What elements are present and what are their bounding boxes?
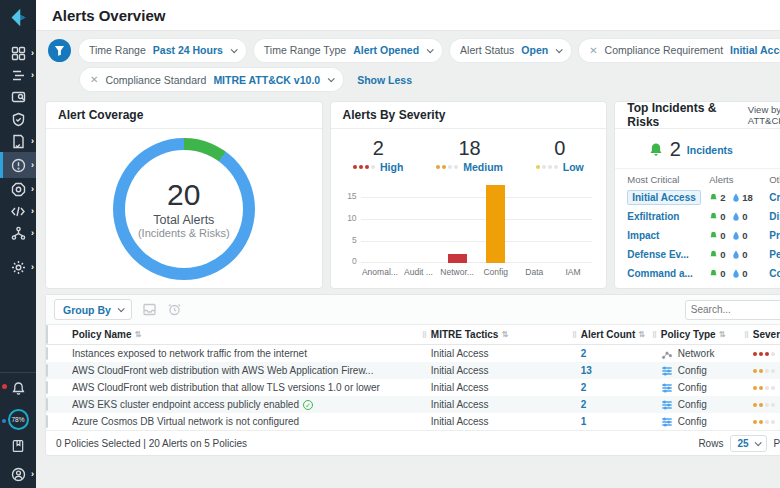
tactic-impact[interactable]: Impact (627, 226, 703, 245)
col-severity[interactable]: Severity↑ (753, 329, 780, 340)
sidebar-item-inventory[interactable]: › (0, 64, 36, 86)
severity-dots (753, 369, 775, 373)
severity-high-summary[interactable]: 2 High (353, 137, 403, 173)
filter-time-range[interactable]: Time Range Past 24 Hours (79, 39, 246, 62)
policy-name-link[interactable]: Instances exposed to network traffic fro… (72, 348, 307, 359)
alert-count-link[interactable]: 13 (581, 365, 661, 376)
tactic-collection[interactable]: Collection (769, 264, 780, 283)
row-checkbox[interactable] (46, 398, 48, 411)
alert-coverage-card: Alert Coverage 20 Total Alerts (Incident… (45, 101, 323, 289)
table-search[interactable] (685, 300, 780, 320)
col-policy-type[interactable]: Policy Type⇅‖ (661, 329, 753, 340)
card-title: Alerts By Severity (331, 102, 607, 129)
filter-bar: Time Range Past 24 Hours Time Range Type… (36, 31, 780, 97)
mitre-tactic: Initial Access (431, 382, 581, 393)
alert-count-link[interactable]: 2 (581, 348, 661, 359)
alert-count-link[interactable]: 2 (581, 399, 661, 410)
tactic-credential[interactable]: Credential ... (769, 188, 780, 207)
alert-coverage-donut[interactable]: 20 Total Alerts (Incidents & Risks) (113, 138, 255, 280)
bar-network[interactable] (448, 254, 467, 263)
tactic-command-and-control[interactable]: Command a... (627, 264, 703, 283)
show-less-link[interactable]: Show Less (357, 74, 412, 86)
policy-name-link[interactable]: Azure Cosmos DB Virtual network is not c… (72, 416, 299, 427)
incidents-summary[interactable]: 2 Incidents (648, 138, 733, 161)
docs-button[interactable] (11, 439, 25, 457)
document-check-icon (11, 134, 26, 149)
chevron-right-icon: › (31, 49, 34, 58)
policy-name-link[interactable]: AWS EKS cluster endpoint access publicly… (72, 399, 299, 410)
table-row[interactable]: Azure Cosmos DB Virtual network is not c… (46, 413, 780, 430)
row-checkbox[interactable] (46, 415, 48, 428)
chevron-right-icon: › (31, 207, 34, 216)
alert-count-link[interactable]: 2 (581, 382, 661, 393)
sidebar-item-investigate[interactable] (0, 86, 36, 108)
dismiss-icon (142, 302, 157, 317)
bell-icon (11, 381, 26, 396)
sidebar-item-graph[interactable]: › (0, 222, 36, 244)
filter-time-range-type[interactable]: Time Range Type Alert Opened (254, 39, 442, 62)
filter-alert-status[interactable]: Alert Status Open (450, 39, 571, 62)
user-icon (11, 467, 26, 482)
chevron-down-icon (231, 46, 238, 53)
table-row[interactable]: AWS EKS cluster endpoint access publicly… (46, 396, 780, 413)
card-title: Top Incidents & Risks (627, 101, 748, 129)
search-input[interactable] (691, 304, 780, 315)
account-button[interactable]: › (0, 466, 36, 482)
config-type-icon (661, 365, 673, 377)
sidebar-item-policies[interactable]: › (0, 130, 36, 152)
remove-filter-icon[interactable]: ✕ (589, 45, 597, 56)
notifications-button[interactable] (11, 381, 26, 400)
config-type-icon (661, 382, 673, 394)
alert-count-link[interactable]: 1 (581, 416, 661, 427)
row-checkbox[interactable] (46, 364, 48, 377)
network-type-icon (661, 348, 673, 360)
chevron-down-icon (328, 75, 335, 82)
dashboard-icon (11, 46, 26, 61)
select-all-checkbox[interactable] (46, 325, 48, 344)
severity-dots (753, 403, 775, 407)
policy-name-link[interactable]: AWS CloudFront web distribution that all… (72, 382, 380, 393)
rows-per-page-select[interactable]: 25 (730, 435, 766, 452)
sidebar-item-compute[interactable]: › (0, 178, 36, 200)
table-header-row: Policy Name⇅‖ MITRE Tactics⇅‖ Alert Coun… (46, 324, 780, 345)
chevron-down-icon (754, 439, 761, 446)
severity-low-summary[interactable]: 0 Low (536, 137, 584, 173)
col-mitre-tactics[interactable]: MITRE Tactics⇅‖ (431, 329, 581, 340)
sidebar-item-alerts[interactable]: › (0, 152, 36, 178)
table-row[interactable]: AWS CloudFront web distribution with AWS… (46, 362, 780, 379)
sidebar-item-dashboards[interactable]: › (0, 42, 36, 64)
col-policy-name[interactable]: Policy Name⇅‖ (72, 329, 431, 340)
tactic-initial-access[interactable]: Initial Access (627, 188, 703, 207)
table-row[interactable]: Instances exposed to network traffic fro… (46, 345, 780, 362)
severity-medium-summary[interactable]: 18 Medium (436, 137, 503, 173)
remove-filter-icon[interactable]: ✕ (90, 74, 98, 85)
tactic-privilege-escalation[interactable]: Privilege Es... (769, 226, 780, 245)
sidebar-item-code-security[interactable]: › (0, 200, 36, 222)
prisma-cloud-logo[interactable] (8, 7, 29, 32)
row-checkbox[interactable] (46, 347, 48, 360)
dismiss-alerts-button[interactable] (142, 302, 157, 317)
sidebar-item-compliance[interactable] (0, 108, 36, 130)
filter-compliance-standard[interactable]: ✕ Compliance Standard MITRE ATT&CK v10.0 (80, 68, 343, 91)
policy-name-link[interactable]: AWS CloudFront web distribution with AWS… (72, 365, 373, 376)
filter-compliance-requirement[interactable]: ✕ Compliance Requirement Initial Access (579, 39, 780, 62)
bar-config[interactable] (486, 185, 505, 263)
severity-dots (753, 420, 775, 424)
snooze-alerts-button[interactable] (167, 302, 182, 317)
row-checkbox[interactable] (46, 381, 48, 394)
hierarchy-icon (11, 226, 26, 241)
filter-toggle-button[interactable] (48, 39, 71, 62)
card-title: Alert Coverage (46, 102, 322, 129)
group-by-button[interactable]: Group By (54, 299, 132, 320)
sidebar-item-settings[interactable]: › (0, 256, 36, 278)
incident-bell-icon (709, 193, 718, 202)
tactic-discovery[interactable]: Discovery (769, 207, 780, 226)
tactic-persistence[interactable]: Persistence (769, 245, 780, 264)
usage-progress-ring[interactable]: 78% (8, 409, 29, 430)
table-row[interactable]: AWS CloudFront web distribution that all… (46, 379, 780, 396)
tactic-exfiltration[interactable]: Exfiltration (627, 207, 703, 226)
snooze-icon (167, 302, 182, 317)
severity-dots (353, 165, 375, 169)
col-alert-count[interactable]: Alert Count⇅‖ (581, 329, 661, 340)
tactic-defense-evasion[interactable]: Defense Ev... (627, 245, 703, 264)
